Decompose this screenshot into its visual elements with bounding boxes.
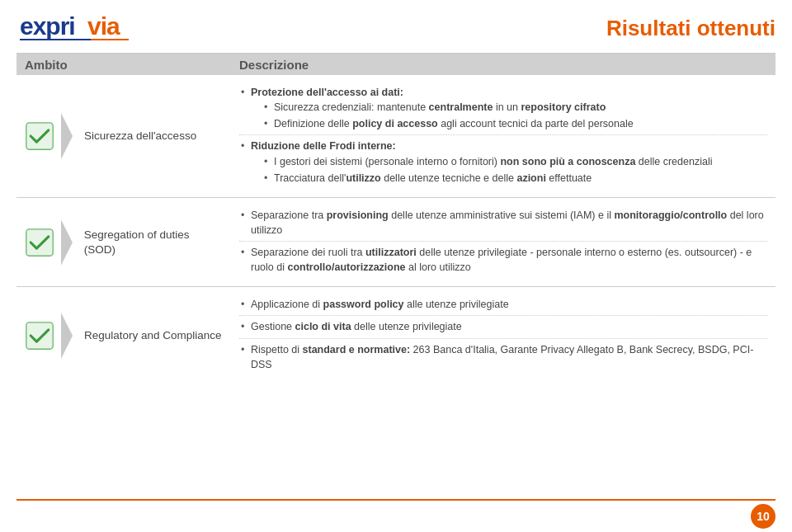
desc-sicurezza-main1: Protezione dell'accesso ai dati: [251, 87, 403, 98]
header: expri via Risultati ottenuti [0, 0, 792, 53]
desc-sicurezza: Protezione dell'accesso ai dati: Sicurez… [231, 82, 776, 191]
ambito-sicurezza-label: Sicurezza dell'accesso [84, 129, 196, 144]
logo: expri via [16, 7, 132, 49]
page-number: 10 [751, 504, 776, 529]
row-sod: Segregation of duties (SOD) Separazione … [16, 198, 776, 288]
ambito-regulatory: Regulatory and Compliance [16, 294, 231, 377]
svg-text:via: via [87, 12, 120, 40]
desc-sicurezza-main2: Riduzione delle Frodi interne: [251, 140, 396, 152]
desc-sod: Separazione tra provisioning delle utenz… [231, 205, 776, 280]
svg-marker-7 [61, 219, 73, 266]
svg-marker-9 [61, 313, 73, 359]
ambito-regulatory-label: Regulatory and Compliance [84, 328, 222, 343]
column-headers: Ambito Descrizione [16, 54, 776, 75]
row-sicurezza: Sicurezza dell'accesso Protezione dell'a… [16, 75, 776, 198]
arrow-regulatory [61, 313, 78, 359]
svg-text:expri: expri [20, 12, 75, 40]
ambito-sicurezza: Sicurezza dell'accesso [16, 82, 231, 191]
row-regulatory: Regulatory and Compliance Applicazione d… [16, 287, 776, 384]
ambito-sod: Segregation of duties (SOD) [16, 205, 231, 280]
ambito-sod-label: Segregation of duties (SOD) [84, 228, 223, 257]
desc-regulatory: Applicazione di password policy alle ute… [231, 294, 776, 377]
svg-marker-5 [61, 113, 73, 159]
check-icon-sicurezza [25, 121, 54, 151]
col-ambito-header: Ambito [16, 58, 231, 72]
check-icon-sod [25, 228, 54, 257]
footer: 10 [0, 501, 792, 532]
col-descrizione-header: Descrizione [231, 58, 776, 72]
arrow-sicurezza [61, 113, 78, 159]
page-title: Risultati ottenuti [606, 16, 776, 41]
check-icon-regulatory [25, 321, 54, 351]
logo-area: expri via [16, 7, 132, 49]
arrow-sod [61, 219, 78, 266]
main-table: Ambito Descrizione Sicurezza dell'access… [0, 54, 792, 384]
